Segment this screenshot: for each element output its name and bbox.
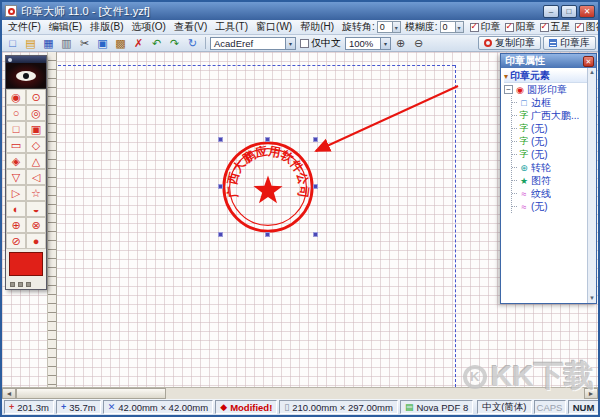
selection-handle[interactable] — [218, 232, 223, 237]
tree-item[interactable]: 字 (无) — [512, 148, 587, 161]
collapse-icon[interactable]: − — [504, 85, 513, 94]
tree-item[interactable]: 字 (无) — [512, 135, 587, 148]
selection-handle[interactable] — [313, 232, 318, 237]
menu-item[interactable]: 选项(O) — [127, 21, 169, 32]
palette-shape-button[interactable]: ◒ — [26, 201, 46, 217]
selection-handle[interactable] — [265, 232, 270, 237]
palette-shape-button[interactable]: ◇ — [26, 137, 46, 153]
copy-icon[interactable]: ▣ — [94, 36, 111, 51]
option-checkbox[interactable]: 图符 — [575, 20, 598, 34]
palette-shape-button[interactable]: ◐ — [6, 201, 26, 217]
copy-seal-button[interactable]: 复制印章 — [478, 36, 541, 50]
palette-shape-button[interactable]: ⊕ — [6, 217, 26, 233]
tree-item[interactable]: ≈ 纹线 — [512, 187, 587, 200]
tree-item[interactable]: 字 (无) — [512, 122, 587, 135]
palette-titlebar[interactable] — [6, 56, 46, 63]
spinner-arrow-icon[interactable]: ▾ — [392, 22, 400, 32]
spinner-arrow-icon[interactable]: ▾ — [455, 22, 463, 32]
open-file-icon[interactable]: ▤ — [22, 36, 39, 51]
option-checkbox[interactable]: 五星 — [540, 20, 571, 34]
option-checkbox[interactable]: 印章 — [470, 20, 501, 34]
font-combobox[interactable]: AcadEref ▾ — [210, 37, 296, 50]
blur-input[interactable]: 0 ▾ — [440, 21, 464, 33]
tree-root-seal-elements[interactable]: ▾ 印章元素 — [504, 70, 587, 83]
menu-item[interactable]: 编辑(E) — [45, 21, 86, 32]
palette-shape-button[interactable]: △ — [26, 153, 46, 169]
selection-handle[interactable] — [218, 184, 223, 189]
checkbox-icon[interactable] — [470, 23, 479, 32]
save-icon[interactable]: ▦ — [40, 36, 57, 51]
tree-item[interactable]: 字 广西大鹏... — [512, 109, 587, 122]
panel-scrollbar[interactable]: ▲ ▼ — [587, 68, 596, 303]
palette-shape-button[interactable]: ▽ — [6, 169, 26, 185]
palette-shape-button[interactable]: ◁ — [26, 169, 46, 185]
seal-library-button[interactable]: 印章库 — [543, 36, 596, 50]
maximize-button[interactable]: □ — [561, 5, 577, 18]
menu-item[interactable]: 工具(T) — [211, 21, 252, 32]
palette-shape-button[interactable]: ○ — [6, 105, 26, 121]
palette-shape-button[interactable]: ☆ — [26, 185, 46, 201]
color-swatch-red[interactable] — [9, 252, 43, 276]
paste-icon[interactable]: ▩ — [112, 36, 129, 51]
refresh-icon[interactable]: ↻ — [184, 36, 201, 51]
tree-item-round-seal[interactable]: − ◉ 圆形印章 — [504, 83, 587, 96]
scroll-down-icon[interactable]: ▼ — [589, 294, 595, 303]
palette-footer-icon[interactable] — [10, 282, 15, 287]
palette-shape-button[interactable]: ◈ — [6, 153, 26, 169]
horizontal-scrollbar[interactable]: ◄ ► — [2, 387, 598, 399]
delete-icon[interactable]: ✗ — [130, 36, 147, 51]
rotate-angle-input[interactable]: 0 ▾ — [377, 21, 401, 33]
menu-item[interactable]: 查看(V) — [170, 21, 211, 32]
menu-item[interactable]: 帮助(H) — [296, 21, 338, 32]
close-icon[interactable]: ✕ — [583, 56, 594, 67]
palette-shape-button[interactable]: ⊗ — [26, 217, 46, 233]
menu-item[interactable]: 文件(F) — [4, 21, 45, 32]
menu-item[interactable]: 排版(B) — [86, 21, 127, 32]
palette-shape-button[interactable]: ● — [26, 233, 46, 249]
palette-shape-button[interactable]: □ — [6, 121, 26, 137]
seal-object[interactable]: 广西大鹏应用软件公司 — [220, 139, 316, 235]
zoom-combobox[interactable]: 100% ▾ — [345, 37, 391, 50]
palette-shape-button[interactable]: ▣ — [26, 121, 46, 137]
option-checkbox[interactable]: 阳章 — [505, 20, 536, 34]
palette-shape-button[interactable]: ▭ — [6, 137, 26, 153]
tree-item[interactable]: □ 边框 — [512, 96, 587, 109]
selection-handle[interactable] — [265, 137, 270, 142]
menu-item[interactable]: 窗口(W) — [252, 21, 296, 32]
only-chinese-checkbox[interactable]: 仅中文 — [300, 36, 341, 50]
scroll-right-icon[interactable]: ► — [584, 388, 598, 399]
tree-item[interactable]: ⊛ 转轮 — [512, 161, 587, 174]
zoom-in-icon[interactable]: ⊕ — [392, 36, 409, 51]
checkbox-icon[interactable] — [300, 39, 309, 48]
palette-footer-icon[interactable] — [18, 282, 23, 287]
shape-icon: ◉ — [11, 91, 21, 104]
palette-shape-button[interactable]: ◉ — [6, 89, 26, 105]
chevron-down-icon[interactable]: ▾ — [285, 38, 295, 49]
zoom-out-icon[interactable]: ⊖ — [410, 36, 427, 51]
scrollbar-thumb[interactable] — [16, 388, 166, 399]
palette-footer-icon[interactable] — [26, 282, 31, 287]
close-button[interactable]: ✕ — [579, 5, 595, 18]
selection-handle[interactable] — [218, 137, 223, 142]
scroll-up-icon[interactable]: ▲ — [589, 68, 595, 77]
scroll-left-icon[interactable]: ◄ — [2, 388, 16, 399]
redo-icon[interactable]: ↷ — [166, 36, 183, 51]
new-file-icon[interactable]: □ — [4, 36, 21, 51]
palette-shape-button[interactable]: ⊘ — [6, 233, 26, 249]
selection-handle[interactable] — [313, 137, 318, 142]
print-icon[interactable]: ▥ — [58, 36, 75, 51]
minimize-button[interactable]: – — [543, 5, 559, 18]
tree-item[interactable]: ≈ (无) — [512, 200, 587, 213]
checkbox-icon[interactable] — [505, 23, 514, 32]
cut-icon[interactable]: ✂ — [76, 36, 93, 51]
palette-shape-button[interactable]: ▷ — [6, 185, 26, 201]
palette-shape-button[interactable]: ⊙ — [26, 89, 46, 105]
checkbox-icon[interactable] — [575, 23, 584, 32]
chevron-down-icon[interactable]: ▾ — [380, 38, 390, 49]
selection-handle[interactable] — [313, 184, 318, 189]
properties-panel-titlebar[interactable]: 印章属性 ✕ — [501, 54, 596, 68]
tree-item[interactable]: ★ 图符 — [512, 174, 587, 187]
palette-shape-button[interactable]: ◎ — [26, 105, 46, 121]
undo-icon[interactable]: ↶ — [148, 36, 165, 51]
checkbox-icon[interactable] — [540, 23, 549, 32]
